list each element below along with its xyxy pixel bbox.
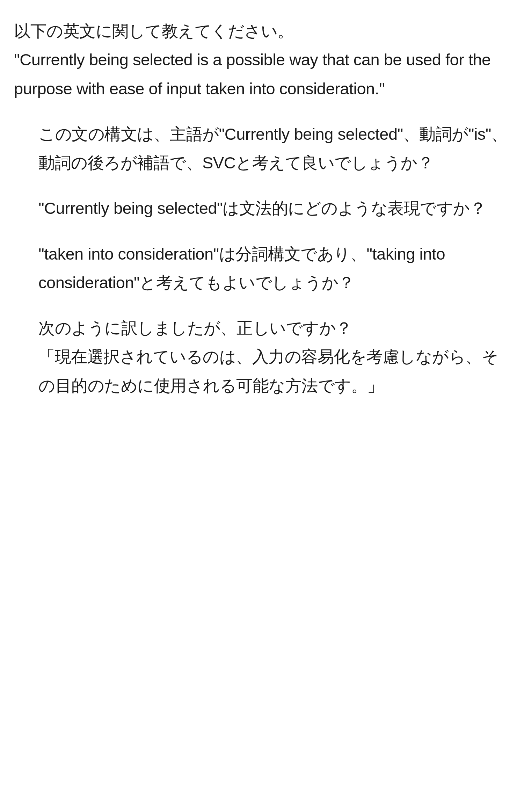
intro-paragraph: 以下の英文に関して教えてください。 "Currently being selec… [14,17,510,103]
intro-line1: 以下の英文に関して教えてください。 [14,22,294,40]
question-item: "taken into consideration"は分詞構文であり、"taki… [38,240,510,297]
question-item: 次のように訳しましたが、正しいですか？「現在選択されているのは、入力の容易化を考… [38,314,510,400]
question-item: "Currently being selected"は文法的にどのような表現です… [38,194,510,223]
intro-line2: "Currently being selected is a possible … [14,50,491,97]
question-item: この文の構文は、主語が"Currently being selected"、動詞… [38,120,510,177]
question-list: この文の構文は、主語が"Currently being selected"、動詞… [14,120,510,400]
